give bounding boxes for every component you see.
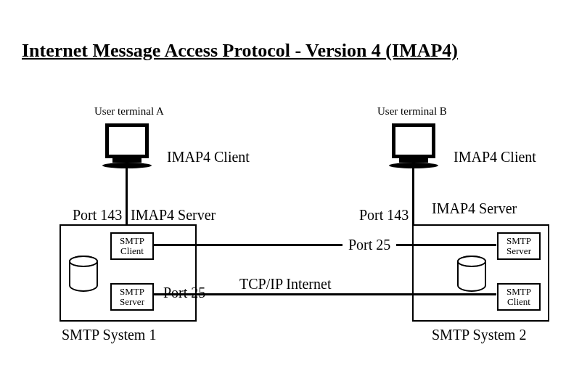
line-b-vert (412, 168, 414, 224)
imap-client-a-label: IMAP4 Client (167, 149, 250, 166)
system-2-label: SMTP System 2 (432, 327, 526, 343)
line-a-vert (126, 168, 128, 224)
monitor-a-base (102, 163, 152, 168)
monitor-b-icon (392, 123, 435, 158)
smtp-server-2-box: SMTPServer (497, 232, 541, 260)
port143-b-label: Port 143 (359, 207, 409, 224)
smtp-server-1-box: SMTPServer (110, 283, 154, 311)
imap-server-b-label: IMAP4 Server (432, 200, 517, 217)
monitor-b-base (389, 163, 438, 168)
monitor-a-icon (105, 123, 149, 158)
page-title: Internet Message Access Protocol - Versi… (22, 40, 458, 62)
system-1-label: SMTP System 1 (62, 327, 156, 343)
terminal-b-label: User terminal B (377, 105, 447, 118)
line-smtp-out (154, 244, 343, 246)
line-port25-right (396, 244, 412, 246)
line-lower-right-ext (411, 293, 496, 295)
port25-left-label: Port 25 (163, 285, 205, 301)
cylinder-1-icon (69, 256, 98, 292)
imap-client-b-label: IMAP4 Client (454, 149, 536, 166)
smtp-client-2-box: SMTPClient (497, 283, 541, 311)
imap-server-a-label: IMAP4 Server (131, 207, 216, 224)
smtp-client-1-box: SMTPClient (110, 232, 154, 260)
port25-right-label: Port 25 (348, 237, 390, 253)
terminal-a-label: User terminal A (94, 105, 164, 118)
line-upper-right-ext (411, 244, 496, 246)
port143-a-label: Port 143 (73, 207, 122, 224)
cylinder-2-icon (457, 256, 486, 292)
tcpip-label: TCP/IP Internet (239, 276, 331, 293)
